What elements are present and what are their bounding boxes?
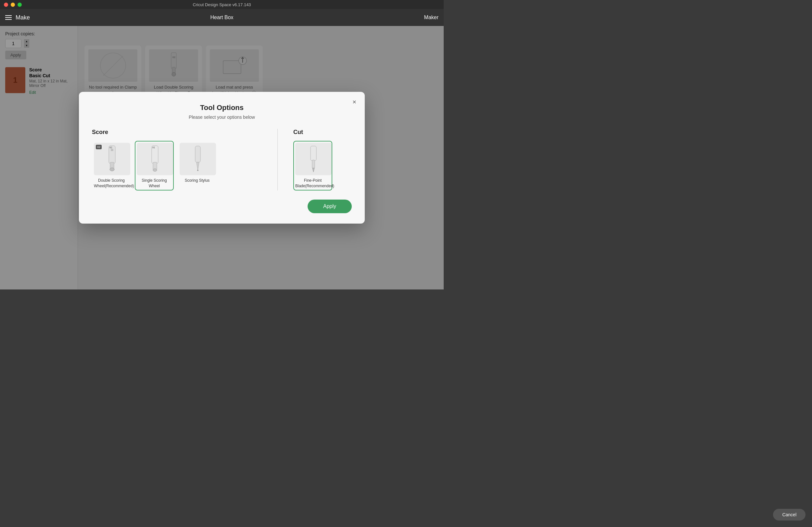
modal-title: Tool Options: [92, 104, 352, 112]
project-title: Heart Box: [210, 15, 233, 20]
cut-section: Cut Fine-Point Blade(Recomm: [293, 129, 352, 191]
single-scoring-wheel-image: 01: [137, 143, 173, 175]
scoring-stylus-icon: [188, 145, 207, 174]
svg-rect-14: [153, 162, 157, 169]
tool-options-container: Score 02: [92, 129, 352, 191]
app-header-left: Make: [5, 14, 30, 21]
modal-footer: Apply: [92, 199, 352, 213]
fine-point-blade-label: Fine-Point Blade(Recommended): [295, 178, 330, 189]
double-scoring-wheel-icon: 02: [102, 145, 122, 174]
app-header-right: Maker: [424, 15, 438, 20]
scoring-stylus-label: Scoring Stylus: [179, 178, 215, 183]
svg-point-18: [197, 170, 199, 171]
scoring-stylus-card[interactable]: Scoring Stylus: [178, 141, 217, 191]
svg-rect-11: [111, 150, 113, 151]
cut-tool-cards: Fine-Point Blade(Recommended): [293, 141, 352, 191]
hamburger-menu[interactable]: [5, 15, 12, 20]
single-scoring-wheel-card[interactable]: 01 Single Scoring Wheel: [135, 141, 174, 191]
svg-rect-20: [312, 160, 315, 168]
maximize-button[interactable]: [17, 3, 22, 7]
titlebar-title: Cricut Design Space v6.17.143: [193, 2, 251, 7]
svg-point-15: [153, 169, 157, 171]
double-scoring-label: Double Scoring Wheel(Recommended): [94, 178, 129, 189]
tool-options-modal: × Tool Options Please select your option…: [79, 92, 365, 224]
titlebar-buttons: [4, 3, 22, 7]
fine-point-blade-icon: [304, 145, 323, 174]
svg-text:02: 02: [110, 146, 112, 149]
app-header-center: Heart Box: [210, 15, 233, 20]
scoring-stylus-image: [179, 143, 216, 175]
double-scoring-badge: 02: [96, 145, 102, 149]
svg-rect-10: [111, 149, 113, 150]
minimize-button[interactable]: [11, 3, 15, 7]
single-scoring-wheel-icon: 01: [145, 145, 165, 174]
fine-point-blade-card[interactable]: Fine-Point Blade(Recommended): [293, 141, 332, 191]
svg-rect-17: [195, 146, 200, 162]
double-scoring-wheel-card[interactable]: 02 02 Double Scoring Wheel(Recommended): [92, 141, 131, 191]
modal-subtitle: Please select your options below: [92, 115, 352, 120]
app-header: Make Heart Box Maker: [0, 9, 444, 26]
score-tool-cards: 02 02 Double Scoring Wheel(Recommended): [92, 141, 262, 191]
apply-button[interactable]: Apply: [308, 199, 352, 213]
score-section: Score 02: [92, 129, 262, 191]
cut-section-title: Cut: [293, 129, 352, 136]
svg-text:01: 01: [152, 146, 155, 149]
fine-point-blade-image: [295, 143, 332, 175]
double-scoring-wheel-image: 02 02: [94, 143, 130, 175]
bg-content: Project copies: ▲ ▼ Apply 1 Score Basic …: [0, 26, 444, 289]
close-button[interactable]: [4, 3, 8, 7]
modal-close-button[interactable]: ×: [349, 97, 360, 107]
modal-overlay: × Tool Options Please select your option…: [0, 26, 444, 289]
app-header-make: Make: [16, 14, 30, 21]
machine-name: Maker: [424, 15, 438, 20]
section-divider: [277, 129, 278, 191]
single-scoring-label: Single Scoring Wheel: [137, 178, 172, 189]
svg-rect-19: [310, 146, 316, 161]
score-section-title: Score: [92, 129, 262, 136]
svg-point-9: [110, 168, 114, 171]
titlebar: Cricut Design Space v6.17.143: [0, 0, 444, 9]
